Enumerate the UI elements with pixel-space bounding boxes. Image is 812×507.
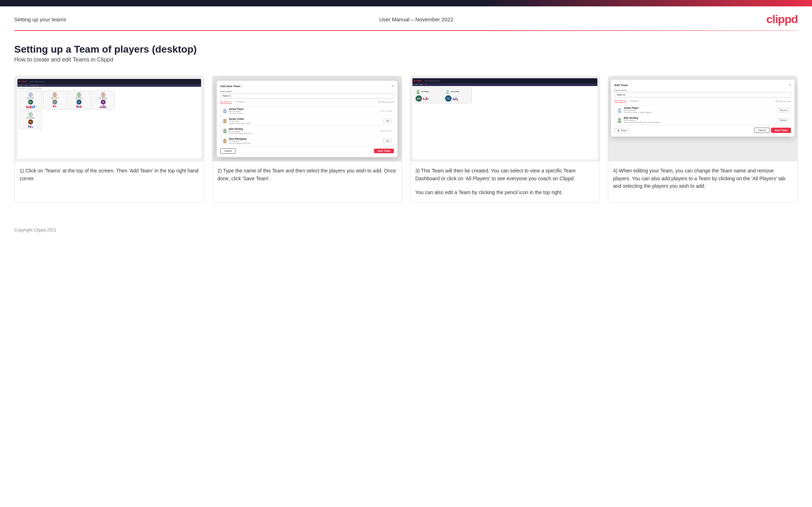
modal-player-club-2: Central London Golf Centre <box>229 122 382 124</box>
team-name-input[interactable] <box>220 93 394 98</box>
ss3-subnav: Rounds Stats Teams <box>412 83 597 86</box>
cards-row: clippd Home My Performance Rounds Stats … <box>14 76 798 203</box>
svg-point-20 <box>447 90 449 92</box>
b1 <box>26 106 28 108</box>
ss1-player-1-score: 84 <box>28 100 33 105</box>
cc3 <box>455 97 457 100</box>
ss3-m1-score-row: 94 <box>416 95 441 102</box>
b4 <box>32 106 33 108</box>
edit-filter-checkbox[interactable] <box>776 100 778 102</box>
tab-my-team[interactable]: My Team (2) <box>220 101 232 104</box>
ss1-teams-link: My Performance <box>35 81 45 82</box>
edit-avatar-1 <box>617 107 622 113</box>
ss3-home: Home <box>425 80 429 82</box>
modal-player-info-4: Dave Billingham 1-5 Handicap The Ding Ma… <box>229 138 382 144</box>
ss1-players-row2: Richard Butler 72 <box>19 111 200 129</box>
copyright-text: Copyright Clippd 2021 <box>14 228 57 233</box>
modal-cancel-button[interactable]: Cancel <box>220 148 236 154</box>
b1 <box>53 105 54 107</box>
b3 <box>30 106 31 108</box>
b4 <box>105 106 106 108</box>
b3 <box>80 106 81 108</box>
delete-team-button[interactable]: 🗑 Delete <box>615 128 629 133</box>
team-name-label: Team Name * <box>220 90 394 92</box>
ss1-player-1-avatar <box>28 92 33 97</box>
modal-player-name-3: Blair McHarg <box>229 128 379 130</box>
svg-point-15 <box>223 131 227 133</box>
ss3-body: Blair McHarg 94 <box>412 86 597 105</box>
svg-point-16 <box>224 139 226 141</box>
svg-point-11 <box>223 111 227 113</box>
ss1-player-5-avatar <box>28 112 33 117</box>
edit-modal-close-icon[interactable]: × <box>789 83 791 87</box>
edit-player-name-1: Adrian Player <box>624 107 776 109</box>
svg-point-3 <box>53 95 57 97</box>
modal-player-row-2: Adrian Coliba 1-5 Handicap Central Londo… <box>221 116 394 126</box>
b2 <box>78 106 80 108</box>
remove-player-2-button[interactable]: Remove <box>778 118 789 122</box>
ss1-player-4: Dave Billingham 78 <box>91 91 115 110</box>
card-3: clippd Home My Performance Rounds Stats … <box>410 76 600 203</box>
svg-point-7 <box>101 95 105 97</box>
modal-player-name-1: Adrian Player <box>229 108 379 110</box>
ss1-player-4-name: Dave Billingham <box>99 97 107 99</box>
edit-save-button[interactable]: Save Team <box>771 128 791 133</box>
ss3-nav-1: Rounds <box>414 84 418 85</box>
card-2: Add New Team × Team Name * My Team (2) A… <box>212 76 402 203</box>
ss1-home-link: Home <box>30 81 34 82</box>
modal-tabs: My Team (2) All Players Filter by name <box>220 101 394 104</box>
trash-icon: 🗑 <box>617 129 619 132</box>
edit-team-name-label: Team Name * <box>615 89 791 91</box>
ss3-m1-chart <box>423 97 428 100</box>
card-1: clippd Home My Performance Rounds Stats … <box>14 76 204 203</box>
modal-player-status-1: Player Added <box>380 110 392 112</box>
modal-close-icon[interactable]: × <box>392 84 394 88</box>
edit-player-name-2: Blair McHarg <box>624 117 776 119</box>
svg-point-9 <box>29 115 32 117</box>
card-4-text: 4) When editing your Team, you can chang… <box>608 161 797 202</box>
remove-player-1-button[interactable]: Remove <box>778 108 789 112</box>
edit-team-name-input[interactable] <box>615 92 791 97</box>
add-player-2-button[interactable]: Add <box>383 119 392 123</box>
ss3-m2-avatar <box>445 89 450 94</box>
edit-cancel-button[interactable]: Cancel <box>754 128 770 133</box>
page-subtitle: How to create and edit Teams in Clippd <box>14 57 798 63</box>
filter-by-name: Filter by name <box>379 101 394 103</box>
filter-checkbox[interactable] <box>379 101 381 103</box>
add-player-4-button[interactable]: Add <box>383 139 392 143</box>
edit-filter-by-name: Filter by name <box>776 100 791 102</box>
ss3-member-2: Richard Butler 72 <box>443 87 472 103</box>
edit-tab-all-players[interactable]: All Players <box>629 100 639 103</box>
edit-modal-header: Edit Team × <box>615 83 791 87</box>
edit-tab-my-team[interactable]: My Team (2) <box>615 100 626 103</box>
modal-save-button[interactable]: Save Team <box>374 149 394 153</box>
b2 <box>55 106 56 107</box>
modal-avatar-3 <box>222 128 227 133</box>
ss1-nav-teams: Handicap details <box>30 85 39 86</box>
ss1-player-2-score: 0 <box>52 100 57 105</box>
cc2 <box>454 98 455 100</box>
svg-point-19 <box>416 92 420 94</box>
tab-all-players[interactable]: All Players <box>235 101 245 103</box>
ss3-logo-dot <box>414 80 415 81</box>
svg-point-4 <box>78 93 80 95</box>
edit-avatar-2 <box>617 117 622 123</box>
ss1-p2-chart <box>53 105 56 107</box>
edit-modal-title: Edit Team <box>615 84 628 87</box>
svg-point-8 <box>30 113 32 115</box>
ss1-logo-text: clippd <box>21 80 27 82</box>
card-1-screenshot: clippd Home My Performance Rounds Stats … <box>15 76 204 161</box>
card-2-description: 2) Type the name of this Team and then s… <box>217 167 397 182</box>
card-3-screenshot: clippd Home My Performance Rounds Stats … <box>410 76 600 161</box>
ss1-subnav: Rounds Stats Handicap details Teams <box>17 84 201 87</box>
b3 <box>103 105 105 108</box>
modal-player-info-2: Adrian Coliba 1-5 Handicap Central Londo… <box>229 118 382 124</box>
b1 <box>28 125 30 128</box>
svg-point-5 <box>77 95 81 97</box>
cc1 <box>453 98 454 100</box>
ss1-player-3-name: Blair McHarg <box>75 97 82 99</box>
ss1-player-2: Adrian Colba 0 <box>43 91 66 110</box>
edit-team-modal: Edit Team × Team Name * My Team (2) All … <box>611 80 795 137</box>
card-2-screenshot: Add New Team × Team Name * My Team (2) A… <box>212 76 402 161</box>
card-4-description: 4) When editing your Team, you can chang… <box>613 167 792 190</box>
